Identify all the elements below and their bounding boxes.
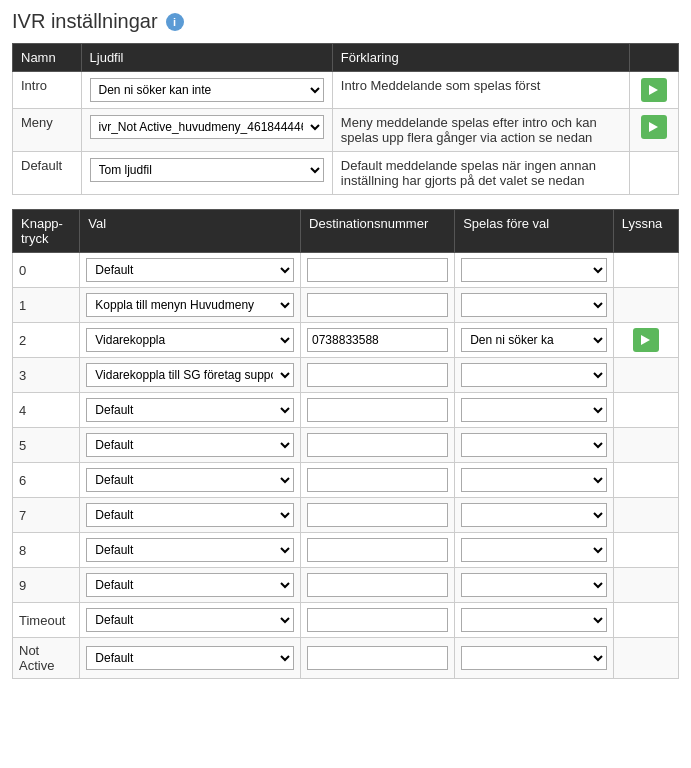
kp-val-select-6[interactable]: Default bbox=[86, 468, 294, 492]
settings-play-btn-1[interactable] bbox=[641, 115, 667, 139]
kp-row-listen-7 bbox=[613, 498, 678, 533]
kp-dest-input-10[interactable] bbox=[307, 608, 448, 632]
kp-play-select-8[interactable] bbox=[461, 538, 606, 562]
kp-row-dest-0 bbox=[301, 253, 455, 288]
kp-dest-input-2[interactable] bbox=[307, 328, 448, 352]
settings-header-action bbox=[629, 44, 678, 72]
kp-row-listen-9 bbox=[613, 568, 678, 603]
kp-row-key-3: 3 bbox=[13, 358, 80, 393]
settings-header-explain: Förklaring bbox=[332, 44, 629, 72]
settings-audio-select-2[interactable]: Tom ljudfil bbox=[90, 158, 324, 182]
kp-listen-btn-2[interactable] bbox=[633, 328, 659, 352]
kp-row-listen-10 bbox=[613, 603, 678, 638]
kp-row-dest-4 bbox=[301, 393, 455, 428]
kp-row-play-5 bbox=[455, 428, 613, 463]
kp-row-val-10: Default bbox=[80, 603, 301, 638]
settings-row-name-0: Intro bbox=[13, 72, 82, 109]
settings-row-audio-2: Tom ljudfil bbox=[81, 152, 332, 195]
kp-val-select-7[interactable]: Default bbox=[86, 503, 294, 527]
kp-row-play-1 bbox=[455, 288, 613, 323]
kp-row-val-1: Koppla till menyn Huvudmeny bbox=[80, 288, 301, 323]
kp-row-val-6: Default bbox=[80, 463, 301, 498]
settings-audio-select-1[interactable]: ivr_Not Active_huvudmeny_46184444698 bbox=[90, 115, 324, 139]
kp-play-select-5[interactable] bbox=[461, 433, 606, 457]
settings-play-btn-0[interactable] bbox=[641, 78, 667, 102]
settings-table: Namn Ljudfil Förklaring IntroDen ni söke… bbox=[12, 43, 679, 195]
settings-row-audio-0: Den ni söker kan inte bbox=[81, 72, 332, 109]
settings-row-name-2: Default bbox=[13, 152, 82, 195]
kp-dest-input-9[interactable] bbox=[307, 573, 448, 597]
kp-play-select-9[interactable] bbox=[461, 573, 606, 597]
settings-row-audio-1: ivr_Not Active_huvudmeny_46184444698 bbox=[81, 109, 332, 152]
kp-dest-input-1[interactable] bbox=[307, 293, 448, 317]
kp-row-key-8: 8 bbox=[13, 533, 80, 568]
settings-header-audio: Ljudfil bbox=[81, 44, 332, 72]
kp-row-key-10: Timeout bbox=[13, 603, 80, 638]
kp-play-select-6[interactable] bbox=[461, 468, 606, 492]
title-row: IVR inställningar i bbox=[12, 10, 679, 33]
kp-row-key-2: 2 bbox=[13, 323, 80, 358]
kp-row-play-9 bbox=[455, 568, 613, 603]
kp-val-select-9[interactable]: Default bbox=[86, 573, 294, 597]
settings-row-action-2 bbox=[629, 152, 678, 195]
kp-row-play-3 bbox=[455, 358, 613, 393]
kp-row-listen-0 bbox=[613, 253, 678, 288]
kp-play-select-1[interactable] bbox=[461, 293, 606, 317]
kp-row-key-11: NotActive bbox=[13, 638, 80, 679]
kp-play-select-2[interactable]: Den ni söker ka bbox=[461, 328, 606, 352]
kp-row-key-0: 0 bbox=[13, 253, 80, 288]
kp-header-key: Knapp-tryck bbox=[13, 210, 80, 253]
kp-play-select-7[interactable] bbox=[461, 503, 606, 527]
kp-play-select-3[interactable] bbox=[461, 363, 606, 387]
kp-dest-input-0[interactable] bbox=[307, 258, 448, 282]
settings-audio-select-0[interactable]: Den ni söker kan inte bbox=[90, 78, 324, 102]
kp-dest-input-3[interactable] bbox=[307, 363, 448, 387]
kp-row-listen-6 bbox=[613, 463, 678, 498]
kp-row-listen-4 bbox=[613, 393, 678, 428]
kp-dest-input-4[interactable] bbox=[307, 398, 448, 422]
kp-val-select-4[interactable]: Default bbox=[86, 398, 294, 422]
kp-row-play-2: Den ni söker ka bbox=[455, 323, 613, 358]
kp-val-select-1[interactable]: Koppla till menyn Huvudmeny bbox=[86, 293, 294, 317]
kp-play-select-10[interactable] bbox=[461, 608, 606, 632]
kp-row-listen-5 bbox=[613, 428, 678, 463]
kp-play-select-11[interactable] bbox=[461, 646, 606, 670]
kp-row-play-7 bbox=[455, 498, 613, 533]
page-title: IVR inställningar bbox=[12, 10, 158, 33]
kp-row-val-0: Default bbox=[80, 253, 301, 288]
kp-dest-input-8[interactable] bbox=[307, 538, 448, 562]
settings-row-action-0 bbox=[629, 72, 678, 109]
kp-val-select-10[interactable]: Default bbox=[86, 608, 294, 632]
kp-dest-input-6[interactable] bbox=[307, 468, 448, 492]
kp-row-val-3: Vidarekoppla till SG företag support bbox=[80, 358, 301, 393]
kp-dest-input-5[interactable] bbox=[307, 433, 448, 457]
settings-row-explain-2: Default meddelande spelas när ingen anna… bbox=[332, 152, 629, 195]
kp-row-dest-11 bbox=[301, 638, 455, 679]
kp-row-listen-1 bbox=[613, 288, 678, 323]
kp-row-dest-10 bbox=[301, 603, 455, 638]
kp-val-select-2[interactable]: Vidarekoppla bbox=[86, 328, 294, 352]
kp-val-select-11[interactable]: Default bbox=[86, 646, 294, 670]
kp-val-select-3[interactable]: Vidarekoppla till SG företag support bbox=[86, 363, 294, 387]
kp-row-listen-8 bbox=[613, 533, 678, 568]
info-icon[interactable]: i bbox=[166, 13, 184, 31]
kp-row-listen-11 bbox=[613, 638, 678, 679]
kp-val-select-0[interactable]: Default bbox=[86, 258, 294, 282]
kp-play-select-0[interactable] bbox=[461, 258, 606, 282]
kp-val-select-5[interactable]: Default bbox=[86, 433, 294, 457]
kp-val-select-8[interactable]: Default bbox=[86, 538, 294, 562]
kp-row-dest-6 bbox=[301, 463, 455, 498]
kp-row-play-8 bbox=[455, 533, 613, 568]
kp-dest-input-11[interactable] bbox=[307, 646, 448, 670]
kp-row-dest-7 bbox=[301, 498, 455, 533]
kp-row-key-4: 4 bbox=[13, 393, 80, 428]
kp-row-play-10 bbox=[455, 603, 613, 638]
kp-row-dest-3 bbox=[301, 358, 455, 393]
kp-row-play-4 bbox=[455, 393, 613, 428]
kp-play-select-4[interactable] bbox=[461, 398, 606, 422]
kp-row-key-6: 6 bbox=[13, 463, 80, 498]
kp-dest-input-7[interactable] bbox=[307, 503, 448, 527]
kp-row-val-4: Default bbox=[80, 393, 301, 428]
kp-row-val-11: Default bbox=[80, 638, 301, 679]
settings-header-name: Namn bbox=[13, 44, 82, 72]
